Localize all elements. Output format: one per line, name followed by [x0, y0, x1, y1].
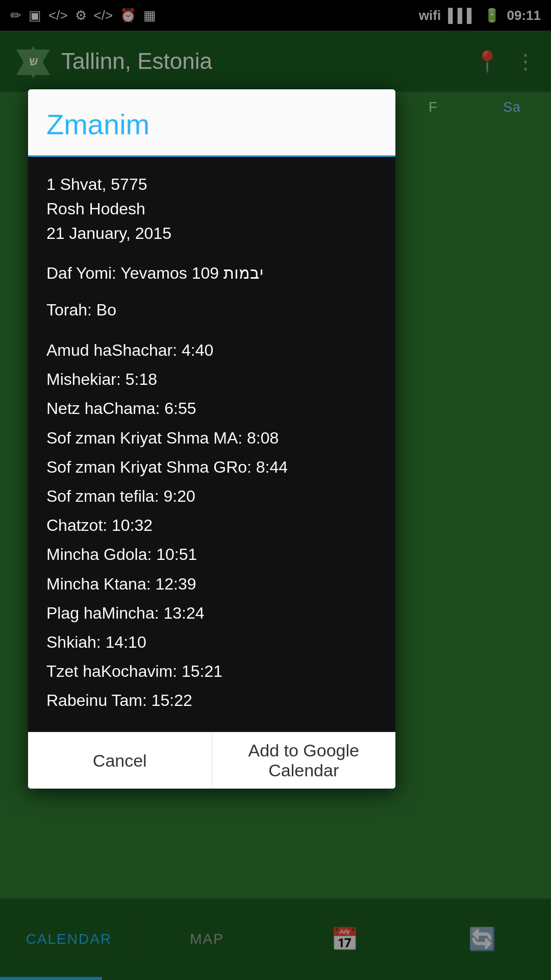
times-section: Amud haShachar: 4:40 Mishekiar: 5:18 Net… [46, 337, 377, 714]
torah: Torah: Bo [46, 298, 377, 322]
time-sof-zman-gro: Sof zman Kriyat Shma GRo: 8:44 [46, 454, 377, 480]
special-day: Rosh Hodesh [46, 197, 377, 221]
time-plag-hamincha: Plag haMincha: 13:24 [46, 600, 377, 626]
time-chatzot: Chatzot: 10:32 [46, 512, 377, 538]
time-rabeinu-tam: Rabeinu Tam: 15:22 [46, 688, 377, 714]
time-tzet-hakochavim: Tzet haKochavim: 15:21 [46, 658, 377, 684]
time-mishekiar: Mishekiar: 5:18 [46, 366, 377, 393]
zmanim-dialog: Zmanim 1 Shvat, 5775 Rosh Hodesh 21 Janu… [28, 89, 395, 789]
time-mincha-gdola: Mincha Gdola: 10:51 [46, 542, 377, 568]
dialog-content: 1 Shvat, 5775 Rosh Hodesh 21 January, 20… [28, 157, 395, 732]
dialog-title: Zmanim [46, 108, 149, 140]
dialog-buttons: Cancel Add to Google Calendar [28, 732, 395, 789]
daf-yomi: Daf Yomi: Yevamos 109 יבמות [46, 261, 377, 285]
gregorian-date: 21 January, 2015 [46, 221, 377, 246]
time-netz-hachama: Netz haChama: 6:55 [46, 396, 377, 422]
time-sof-zman-ma: Sof zman Kriyat Shma MA: 8:08 [46, 425, 377, 451]
add-to-calendar-button[interactable]: Add to Google Calendar [212, 732, 396, 789]
time-shkiah: Shkiah: 14:10 [46, 629, 377, 655]
date-section: 1 Shvat, 5775 Rosh Hodesh 21 January, 20… [46, 172, 377, 246]
time-sof-zman-tefila: Sof zman tefila: 9:20 [46, 483, 377, 509]
cancel-button[interactable]: Cancel [28, 732, 212, 789]
dialog-title-area: Zmanim [28, 89, 395, 157]
hebrew-date: 1 Shvat, 5775 [46, 172, 377, 197]
time-mincha-ktana: Mincha Ktana: 12:39 [46, 571, 377, 597]
time-amud-hashachar: Amud haShachar: 4:40 [46, 337, 377, 363]
